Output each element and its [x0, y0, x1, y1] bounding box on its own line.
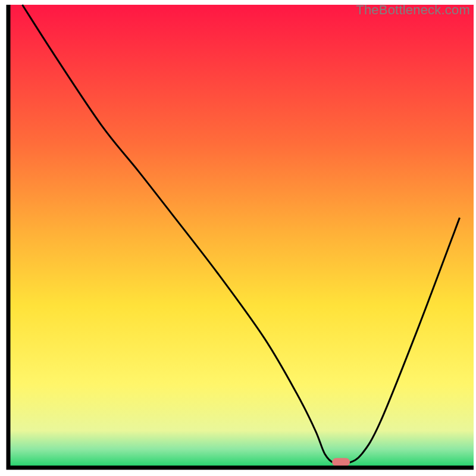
gradient-background: [8, 5, 474, 468]
optimal-marker: [332, 458, 350, 466]
chart-container: TheBottleneck.com: [0, 0, 476, 476]
watermark-label: TheBottleneck.com: [356, 2, 470, 18]
bottleneck-chart: [0, 0, 476, 476]
